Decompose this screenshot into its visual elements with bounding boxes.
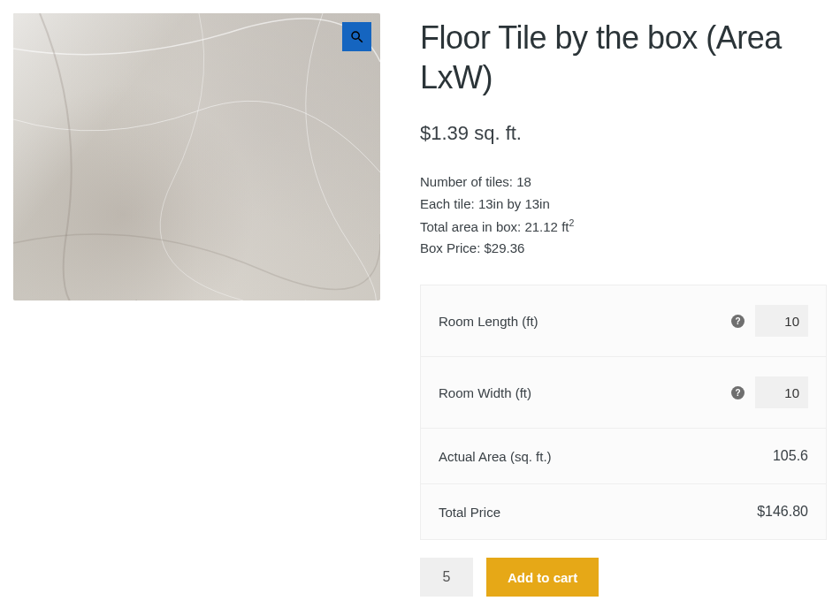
product-meta: Number of tiles: 18 Each tile: 13in by 1…: [420, 171, 827, 260]
actual-area-label: Actual Area (sq. ft.): [439, 449, 773, 464]
room-length-label: Room Length (ft): [439, 314, 731, 329]
add-to-cart-button[interactable]: Add to cart: [486, 558, 599, 597]
image-column: [13, 13, 380, 597]
row-actual-area: Actual Area (sq. ft.) 105.6: [421, 429, 826, 484]
room-length-input[interactable]: [755, 305, 808, 337]
magnify-icon: [349, 29, 365, 45]
meta-box-price: Box Price: $29.36: [420, 238, 827, 260]
actual-area-value: 105.6: [773, 448, 808, 464]
zoom-button[interactable]: [342, 22, 371, 51]
help-icon[interactable]: ?: [731, 315, 745, 328]
row-total-price: Total Price $146.80: [421, 484, 826, 539]
total-price-value: $146.80: [757, 504, 808, 520]
room-width-input[interactable]: [755, 376, 808, 408]
product-title: Floor Tile by the box (Area LxW): [420, 18, 827, 97]
quantity-input[interactable]: [420, 558, 473, 597]
product-price: $1.39 sq. ft.: [420, 122, 827, 145]
meta-total-area: Total area in box: 21.12 ft2: [420, 216, 827, 239]
details-column: Floor Tile by the box (Area LxW) $1.39 s…: [420, 13, 827, 597]
room-width-label: Room Width (ft): [439, 385, 731, 400]
help-icon[interactable]: ?: [731, 386, 745, 399]
product-page: Floor Tile by the box (Area LxW) $1.39 s…: [0, 0, 840, 610]
meta-tiles: Number of tiles: 18: [420, 171, 827, 194]
cart-row: Add to cart: [420, 558, 827, 597]
total-price-label: Total Price: [439, 505, 757, 520]
row-room-width: Room Width (ft) ?: [421, 357, 826, 429]
row-room-length: Room Length (ft) ?: [421, 285, 826, 357]
calculator-form: Room Length (ft) ? Room Width (ft) ? Act…: [420, 285, 827, 540]
product-image[interactable]: [13, 13, 380, 300]
meta-each-tile: Each tile: 13in by 13in: [420, 194, 827, 216]
tile-veins: [13, 13, 380, 300]
